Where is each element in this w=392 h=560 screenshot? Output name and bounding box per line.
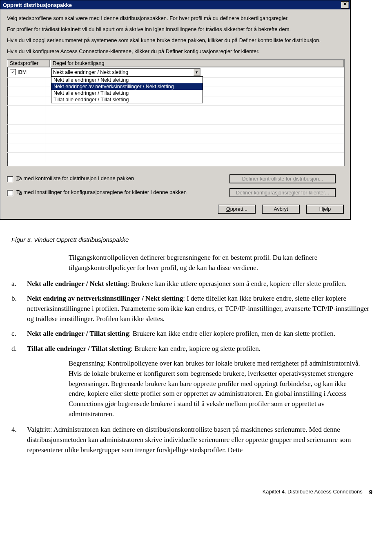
marker-d: d.	[11, 344, 21, 354]
include-configrules-checkbox[interactable]	[7, 190, 13, 196]
marker-c: c.	[11, 329, 21, 339]
rule-combobox[interactable]: Nekt alle endringer / Nekt sletting ▼ Ne…	[51, 68, 200, 77]
dialog-button-row: Opprett...Opprett... Avbryt HjelpHjelp	[7, 205, 344, 214]
footer-chapter: Kapittel 4. Distribuere Access Connectio…	[0, 489, 363, 495]
dialog-window: Opprett distribusjonspakke ✕ Velg stedsp…	[0, 0, 351, 220]
window-title: Opprett distribusjonspakke	[3, 2, 341, 8]
document-content: Figur 3. Vinduet Opprett distribusjonspa…	[0, 220, 392, 477]
marker-b: b.	[11, 294, 21, 324]
item-d-bold: Tillat alle endringer / Tillat sletting	[27, 345, 131, 353]
profile-checkbox-icon[interactable]: ✓	[10, 69, 16, 75]
profiles-grid: Stedsprofiler Regel for brukertilgang ✓ …	[7, 59, 345, 166]
create-button[interactable]: Opprett...Opprett...	[218, 205, 256, 214]
marker-a: a.	[11, 279, 21, 289]
intro-line-3: Hvis du vil oppgi serienummeret på syste…	[7, 37, 344, 44]
figure-caption: Figur 3. Vinduet Opprett distribusjonspa…	[11, 235, 372, 244]
combobox-option-selected[interactable]: Nekt endringer av nettverksinnstillinger…	[51, 83, 203, 90]
marker-4: 4.	[11, 425, 21, 455]
list-item-a: a. Nekt alle endringer / Nekt sletting: …	[11, 279, 372, 289]
list-item-4: 4. Valgfritt: Administratoren kan define…	[11, 425, 372, 455]
profile-cell[interactable]: ✓ IBM	[7, 67, 50, 78]
define-configrules-button[interactable]: Definer konfigurasjonsregler for kliente…	[229, 188, 336, 197]
footer-page-number: 9	[369, 489, 372, 495]
column-regel[interactable]: Regel for brukertilgang	[50, 60, 344, 67]
rule-cell: Nekt alle endringer / Nekt sletting ▼ Ne…	[50, 67, 344, 78]
item-c-rest: : Brukere kan ikke endre eller kopiere p…	[129, 330, 335, 337]
item-b-bold: Nekt endring av nettverksinnstillinger /…	[27, 295, 183, 302]
combobox-option[interactable]: Nekt alle endringer / Tillat sletting	[51, 90, 203, 96]
item-b-body: Nekt endring av nettverksinnstillinger /…	[27, 294, 372, 324]
chevron-down-icon[interactable]: ▼	[193, 69, 200, 76]
combobox-option[interactable]: Nekt alle endringer / Nekt sletting	[51, 77, 203, 83]
item-a-bold: Nekt alle endringer / Nekt sletting	[27, 280, 127, 288]
grid-header: Stedsprofiler Regel for brukertilgang	[7, 60, 344, 67]
intro-line-2: For profiler for trådløst lokalnett vil …	[7, 26, 344, 33]
grid-row[interactable]: ✓ IBM Nekt alle endringer / Nekt slettin…	[7, 67, 344, 78]
restriction-paragraph: Begrensning: Kontrollpolicyene over kan …	[69, 359, 360, 419]
checkbox-row-2: Ta med innstillinger for konfigurasjonsr…	[7, 189, 221, 196]
lower-controls: TTa med kontrolliste for distribusjon i …	[7, 174, 344, 197]
item-c-body: Nekt alle endringer / Tillat sletting: B…	[27, 329, 372, 339]
close-icon[interactable]: ✕	[341, 1, 349, 9]
combobox-dropdown: Nekt alle endringer / Nekt sletting Nekt…	[51, 76, 203, 103]
intro-line-1: Velg stedsprofilene som skal være med i …	[7, 15, 344, 22]
item-a-rest: : Brukere kan ikke utføre operasjoner so…	[127, 280, 347, 288]
item-a-body: Nekt alle endringer / Nekt sletting: Bru…	[27, 279, 372, 289]
include-controllist-checkbox[interactable]	[7, 176, 13, 182]
item-4-body: Valgfritt: Administratoren kan definere …	[27, 425, 372, 455]
combobox-option[interactable]: Tillat alle endringer / Tillat sletting	[51, 96, 203, 103]
page-footer: Kapittel 4. Distribuere Access Connectio…	[0, 489, 372, 495]
profile-name: IBM	[18, 69, 27, 75]
cancel-button[interactable]: Avbryt	[262, 205, 300, 214]
checkbox-row-1: TTa med kontrolliste for distribusjon i …	[7, 175, 221, 182]
intro-line-4: Hvis du vil konfigurere Access Connectio…	[7, 48, 344, 55]
combobox-selected-text: Nekt alle endringer / Nekt sletting	[53, 69, 193, 75]
include-configrules-label: Ta med innstillinger for konfigurasjonsr…	[16, 189, 187, 195]
item-d-body: Tillat alle endringer / Tillat sletting:…	[27, 344, 372, 354]
lead-paragraph: Tilgangskontrollpolicyen definerer begre…	[69, 253, 360, 273]
titlebar: Opprett distribusjonspakke ✕	[0, 0, 350, 9]
column-stedsprofiler[interactable]: Stedsprofiler	[7, 60, 50, 67]
caption-text: Vinduet Opprett distribusjonspakke	[34, 236, 129, 243]
item-d-rest: : Brukere kan endre, kopiere og slette p…	[131, 345, 261, 353]
include-controllist-label: TTa med kontrolliste for distribusjon i …	[16, 175, 134, 181]
item-c-bold: Nekt alle endringer / Tillat sletting	[27, 330, 129, 337]
dialog-body: Velg stedsprofilene som skal være med i …	[0, 9, 350, 219]
list-item-d: d. Tillat alle endringer / Tillat sletti…	[11, 344, 372, 354]
list-item-c: c. Nekt alle endringer / Tillat sletting…	[11, 329, 372, 339]
intro-text-block: Velg stedsprofilene som skal være med i …	[7, 15, 344, 55]
help-button[interactable]: HjelpHjelp	[306, 205, 344, 214]
caption-prefix: Figur 3.	[11, 236, 32, 243]
list-item-b: b. Nekt endring av nettverksinnstillinge…	[11, 294, 372, 324]
define-controllist-button[interactable]: Definer kontrolliste for distribusjon...…	[229, 174, 336, 183]
